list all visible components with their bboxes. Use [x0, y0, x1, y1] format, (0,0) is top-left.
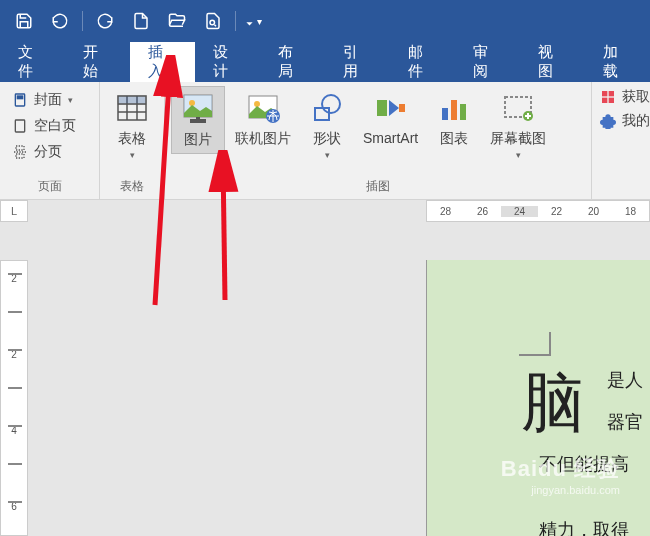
group-illustrations: 图片 联机图片 形状 ▾ SmartArt: [165, 82, 592, 199]
new-doc-button[interactable]: [125, 5, 157, 37]
svg-rect-2: [17, 96, 22, 99]
chevron-down-icon: ▾: [130, 150, 135, 160]
table-label: 表格: [118, 130, 146, 148]
svg-rect-19: [315, 108, 329, 120]
svg-rect-20: [377, 100, 387, 116]
ruler-tick: 22: [538, 206, 575, 217]
body-text: 是人: [607, 368, 643, 392]
cover-page-button[interactable]: 封面 ▾: [6, 88, 79, 112]
my-addins-button[interactable]: 我的: [600, 112, 650, 130]
online-picture-button[interactable]: 联机图片: [227, 86, 299, 152]
preview-icon: [204, 12, 222, 30]
table-icon: [114, 90, 150, 126]
chevron-down-icon: ▾: [325, 150, 330, 160]
screenshot-button[interactable]: 屏幕截图 ▾: [482, 86, 554, 164]
page-break-label: 分页: [34, 143, 62, 161]
cover-page-icon: [12, 92, 28, 108]
group-pages-label: 页面: [6, 176, 93, 199]
tab-design[interactable]: 设计: [195, 42, 260, 82]
ribbon: 封面 ▾ 空白页 分页 页面 表格 ▾ 表格: [0, 82, 650, 200]
page-break-icon: [12, 144, 28, 160]
picture-button[interactable]: 图片: [171, 86, 225, 154]
group-tables: 表格 ▾ 表格: [100, 82, 165, 199]
separator: [82, 11, 83, 31]
group-tables-label: 表格: [106, 176, 158, 199]
tab-addins[interactable]: 加载: [585, 42, 650, 82]
svg-rect-23: [451, 100, 457, 120]
svg-rect-9: [118, 96, 146, 104]
ribbon-tabs: 文件 开始 插入 设计 布局 引用 邮件 审阅 视图 加载: [0, 42, 650, 82]
picture-icon: [180, 91, 216, 127]
get-addins-button[interactable]: 获取: [600, 88, 650, 106]
ruler-tick: 18: [612, 206, 649, 217]
ruler-mark: [8, 501, 22, 503]
undo-button[interactable]: [44, 5, 76, 37]
cover-page-label: 封面: [34, 91, 62, 109]
anchor-marker: [519, 332, 551, 356]
shapes-label: 形状: [313, 130, 341, 148]
store-icon: [600, 89, 616, 105]
smartart-label: SmartArt: [363, 130, 418, 146]
tab-home[interactable]: 开始: [65, 42, 130, 82]
tab-review[interactable]: 审阅: [455, 42, 520, 82]
ruler-mark: [8, 273, 22, 275]
vertical-ruler[interactable]: 2 2 4 6: [0, 260, 28, 536]
svg-rect-30: [609, 98, 614, 103]
quick-access-toolbar: ▾: [0, 0, 650, 42]
group-pages: 封面 ▾ 空白页 分页 页面: [0, 82, 100, 199]
ruler-mark: [8, 349, 22, 351]
svg-rect-27: [602, 91, 607, 96]
tab-mailings[interactable]: 邮件: [390, 42, 455, 82]
svg-point-18: [322, 95, 340, 113]
ruler-tick: 28: [427, 206, 464, 217]
online-picture-icon: [245, 90, 281, 126]
tab-file[interactable]: 文件: [0, 42, 65, 82]
ruler-tick: 26: [464, 206, 501, 217]
screenshot-label: 屏幕截图: [490, 130, 546, 148]
svg-rect-21: [399, 104, 405, 112]
file-icon: [132, 12, 150, 30]
chart-button[interactable]: 图表: [428, 86, 480, 152]
blank-page-label: 空白页: [34, 117, 76, 135]
ruler-mark: [8, 387, 22, 389]
tab-view[interactable]: 视图: [520, 42, 585, 82]
customize-qat-button[interactable]: ▾: [242, 5, 262, 37]
online-picture-label: 联机图片: [235, 130, 291, 148]
chart-label: 图表: [440, 130, 468, 148]
table-button[interactable]: 表格 ▾: [106, 86, 158, 164]
svg-rect-29: [602, 98, 607, 103]
smartart-icon: [373, 90, 409, 126]
svg-rect-28: [609, 91, 614, 96]
shapes-button[interactable]: 形状 ▾: [301, 86, 353, 164]
redo-button[interactable]: [89, 5, 121, 37]
svg-rect-24: [460, 104, 466, 120]
redo-icon: [96, 12, 114, 30]
body-text: 器官: [607, 410, 643, 434]
chevron-down-icon: ▾: [516, 150, 521, 160]
svg-rect-3: [15, 120, 24, 132]
tab-references[interactable]: 引用: [325, 42, 390, 82]
smartart-button[interactable]: SmartArt: [355, 86, 426, 150]
chart-icon: [436, 90, 472, 126]
blank-page-icon: [12, 118, 28, 134]
ruler-corner[interactable]: L: [0, 200, 28, 222]
document-workspace: L 28 26 24 22 20 18 2 2 4 6 脑 是人 器官 不但能提…: [0, 200, 650, 536]
ruler-mark: [8, 425, 22, 427]
ruler-tick: 20: [575, 206, 612, 217]
page-break-button[interactable]: 分页: [6, 140, 68, 164]
print-preview-button[interactable]: [197, 5, 229, 37]
document-page[interactable]: 脑 是人 器官 不但能提高 精力，取得: [426, 260, 650, 536]
save-button[interactable]: [8, 5, 40, 37]
tab-layout[interactable]: 布局: [260, 42, 325, 82]
undo-icon: [51, 12, 69, 30]
shapes-icon: [309, 90, 345, 126]
my-addins-label: 我的: [622, 112, 650, 130]
save-icon: [15, 12, 33, 30]
tab-insert[interactable]: 插入: [130, 42, 195, 82]
horizontal-ruler[interactable]: 28 26 24 22 20 18: [426, 200, 650, 222]
screenshot-icon: [500, 90, 536, 126]
blank-page-button[interactable]: 空白页: [6, 114, 82, 138]
ruler-mark: [8, 463, 22, 465]
picture-label: 图片: [184, 131, 212, 149]
open-button[interactable]: [161, 5, 193, 37]
